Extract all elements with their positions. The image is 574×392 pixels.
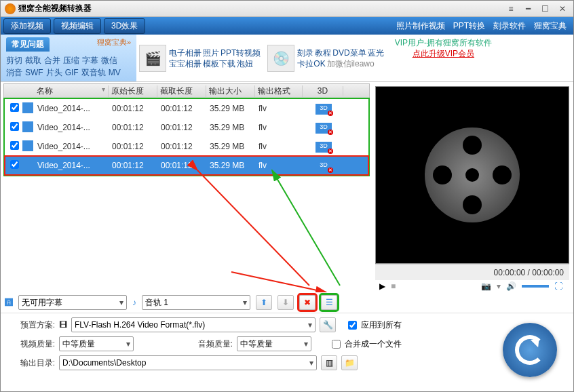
main-toolbar: 添加视频 视频编辑 3D效果 照片制作视频 PPT转换 刻录软件 狸窝宝典 (1, 17, 573, 35)
col-size[interactable]: 输出大小 (206, 85, 255, 97)
video-edit-button[interactable]: 视频编辑 (54, 18, 101, 34)
snapshot-button[interactable]: 📷 (481, 281, 491, 291)
col-name: 名称▾ (34, 85, 109, 97)
tag[interactable]: 消音 (6, 68, 22, 77)
cell-cut: 00:01:12 (158, 161, 207, 170)
film-reel-icon (425, 128, 520, 222)
output-label: 输出目录: (14, 357, 55, 369)
tag[interactable]: 微信 (101, 56, 117, 65)
table-row[interactable]: Video_2014-... 00:01:12 00:01:12 35.29 M… (5, 118, 368, 137)
sub-toolbar: 常见问题 狸窝宝典» 剪切截取合并压缩字幕微信 消音SWF片头GIF双音轨MV … (1, 35, 573, 82)
subtitle-icon: 🅰 (5, 298, 13, 307)
move-down-button[interactable]: ⬇ (278, 295, 294, 310)
audio-track-select[interactable]: 音轨 1▾ (142, 295, 250, 310)
tag[interactable]: 剪切 (6, 56, 22, 65)
3d-badge-icon[interactable]: 3D (315, 142, 332, 153)
cell-fmt: flv (256, 161, 303, 170)
close-button[interactable]: ✕ (556, 4, 569, 14)
video-file-icon (22, 121, 33, 132)
tag[interactable]: 片头 (46, 68, 62, 77)
presentation-icon: 🎬 (139, 45, 166, 72)
3d-badge-icon[interactable]: 3D (315, 123, 332, 134)
toplink[interactable]: PPT转换 (453, 20, 485, 32)
tag[interactable]: SWF (25, 68, 43, 77)
volume-button[interactable]: 🔊 (506, 281, 516, 291)
glink[interactable]: DVD菜单 (332, 47, 366, 58)
audio-quality-select[interactable]: 中等质量▾ (237, 336, 311, 351)
col-3d[interactable]: 3D (303, 86, 343, 96)
brand-link[interactable]: 狸窝宝典» (97, 37, 131, 47)
tag[interactable]: 字幕 (82, 56, 98, 65)
3d-badge-icon[interactable]: 3D (315, 104, 332, 115)
video-quality-select[interactable]: 中等质量▾ (59, 336, 134, 351)
fx-3d-button[interactable]: 3D效果 (104, 18, 145, 34)
col-orig[interactable]: 原始长度 (109, 85, 157, 97)
merge-checkbox[interactable] (332, 340, 341, 349)
row-checkbox[interactable] (10, 141, 19, 150)
file-table: 名称▾ 原始长度 截取长度 输出大小 输出格式 3D Video_2014-..… (1, 82, 372, 292)
col-cut[interactable]: 截取长度 (157, 85, 206, 97)
faq-tab[interactable]: 常见问题 (6, 37, 50, 52)
disc-icon: 💿 (267, 45, 294, 72)
convert-button[interactable] (503, 323, 557, 377)
preset-select[interactable]: FLV-Flash H.264 Video Format(*.flv)▾ (71, 317, 315, 332)
aq-label: 音频质量: (165, 338, 233, 350)
open-folder-button[interactable]: 📁 (341, 355, 358, 370)
fullscreen-button[interactable]: ⛶ (554, 281, 562, 291)
glink[interactable]: 教程 (315, 47, 331, 58)
video-file-icon (22, 140, 33, 151)
output-path-select[interactable]: D:\Documents\Desktop▾ (59, 355, 317, 370)
tag[interactable]: GIF (65, 68, 79, 77)
glink[interactable]: 宝宝相册 (169, 58, 202, 69)
glink[interactable]: PPT转视频 (221, 47, 261, 58)
clear-list-button[interactable]: ☰ (321, 295, 337, 310)
tag[interactable]: 双音轨 (81, 68, 106, 77)
preview-panel (375, 86, 569, 264)
table-row[interactable]: Video_2014-... 00:01:12 00:01:12 35.29 M… (5, 137, 368, 156)
cell-orig: 00:01:12 (109, 161, 158, 170)
glink[interactable]: 卡拉OK (297, 58, 325, 69)
cell-cut: 00:01:12 (158, 104, 207, 113)
toplink[interactable]: 狸窝宝典 (534, 20, 567, 32)
browse-button[interactable]: ▥ (321, 355, 337, 370)
glink[interactable]: 蓝光 (368, 47, 384, 58)
stop-button[interactable]: ■ (391, 281, 396, 291)
delete-button[interactable]: ✖ (299, 295, 315, 310)
video-file-icon (22, 102, 33, 113)
preset-settings-button[interactable]: 🔧 (320, 317, 336, 332)
vip-upgrade-link[interactable]: 点此升级VIP会员 (395, 48, 492, 59)
col-fmt[interactable]: 输出格式 (255, 85, 303, 97)
cell-orig: 00:01:12 (109, 104, 158, 113)
row-checkbox[interactable] (10, 160, 19, 169)
toplink[interactable]: 照片制作视频 (396, 20, 445, 32)
table-row[interactable]: Video_2014-... 00:01:12 00:01:12 35.29 M… (5, 99, 368, 118)
play-button[interactable]: ▶ (379, 281, 385, 291)
cell-orig: 00:01:12 (109, 123, 158, 132)
apply-all-label: 应用到所有 (361, 319, 402, 331)
tag[interactable]: 合并 (44, 56, 60, 65)
glink[interactable]: 加微信ileawo (327, 58, 375, 69)
glink[interactable]: 刻录 (297, 47, 313, 58)
glink[interactable]: 照片 (203, 47, 219, 58)
glink[interactable]: 电子相册 (169, 47, 202, 58)
3d-badge-icon[interactable]: 3D (315, 161, 332, 172)
tag[interactable]: 压缩 (63, 56, 79, 65)
subtitle-select[interactable]: 无可用字幕▾ (18, 295, 127, 310)
glink[interactable]: 模板下载 (203, 58, 235, 69)
row-checkbox[interactable] (10, 122, 19, 131)
table-row[interactable]: Video_2014-... 00:01:12 00:01:12 35.29 M… (5, 156, 368, 175)
minimize-button[interactable]: ━ (521, 4, 535, 14)
apply-all-checkbox[interactable] (348, 321, 357, 330)
cell-orig: 00:01:12 (109, 142, 158, 151)
maximize-button[interactable]: ☐ (539, 4, 552, 14)
menu-icon[interactable]: ≡ (504, 4, 518, 14)
tag[interactable]: MV (109, 68, 121, 77)
toplink[interactable]: 刻录软件 (493, 20, 526, 32)
cell-name: Video_2014-... (35, 123, 109, 132)
tag[interactable]: 截取 (25, 56, 41, 65)
move-up-button[interactable]: ⬆ (256, 295, 272, 310)
row-checkbox[interactable] (10, 103, 19, 112)
app-title: 狸窝全能视频转换器 (18, 3, 503, 14)
add-video-button[interactable]: 添加视频 (3, 18, 51, 34)
glink[interactable]: 泡妞 (237, 58, 253, 69)
